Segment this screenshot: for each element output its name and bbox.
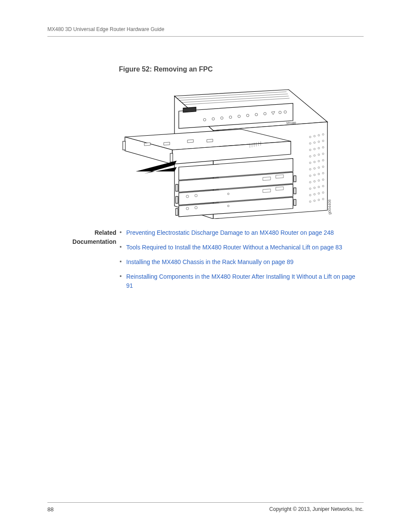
svg-rect-79 <box>176 196 178 203</box>
svg-point-75 <box>195 206 197 209</box>
figure-caption: Figure 52: Removing an FPC <box>119 65 213 73</box>
svg-rect-83 <box>294 199 296 205</box>
related-documentation-list: Preventing Electrostatic Discharge Damag… <box>126 228 359 296</box>
svg-rect-78 <box>176 184 178 191</box>
svg-rect-57 <box>170 153 173 162</box>
related-link-esd[interactable]: Preventing Electrostatic Discharge Damag… <box>126 229 334 236</box>
bullet-icon <box>120 261 121 262</box>
bullet-icon <box>120 231 121 233</box>
svg-point-45 <box>203 118 206 121</box>
header-title: MX480 3D Universal Edge Router Hardware … <box>47 26 164 32</box>
svg-point-54 <box>284 111 286 113</box>
list-item: Installing the MX480 Chassis in the Rack… <box>126 258 359 267</box>
bullet-icon <box>120 246 121 248</box>
svg-point-74 <box>186 207 189 210</box>
related-link-tools[interactable]: Tools Required to Install the MX480 Rout… <box>126 244 342 251</box>
bullet-icon <box>120 275 121 277</box>
svg-point-76 <box>227 193 229 195</box>
svg-point-53 <box>279 111 281 114</box>
list-item: Reinstalling Components in the MX480 Rou… <box>126 272 359 290</box>
svg-rect-69 <box>276 175 283 178</box>
svg-rect-71 <box>276 187 283 190</box>
page-header: MX480 3D Universal Edge Router Hardware … <box>47 25 364 37</box>
svg-rect-58 <box>144 143 150 146</box>
figure-image-id: g004408 <box>327 199 332 215</box>
svg-point-77 <box>227 205 229 207</box>
svg-rect-44 <box>183 107 196 112</box>
figure-image: MX480 <box>121 81 332 219</box>
svg-point-46 <box>212 118 215 120</box>
svg-text:MX480: MX480 <box>286 121 296 124</box>
svg-point-73 <box>195 194 197 197</box>
svg-point-50 <box>246 114 249 117</box>
svg-rect-59 <box>164 142 170 145</box>
list-item: Preventing Electrostatic Discharge Damag… <box>126 228 359 237</box>
svg-rect-80 <box>176 208 178 215</box>
svg-point-48 <box>229 116 232 118</box>
svg-rect-60 <box>187 140 193 143</box>
svg-rect-61 <box>207 139 213 142</box>
svg-point-52 <box>264 112 266 115</box>
related-link-chassis[interactable]: Installing the MX480 Chassis in the Rack… <box>126 258 293 265</box>
svg-point-49 <box>238 115 240 118</box>
svg-rect-68 <box>263 177 271 180</box>
page-number: 88 <box>47 506 53 513</box>
svg-rect-81 <box>294 176 296 182</box>
related-heading-line2: Documentation <box>72 238 116 245</box>
svg-point-47 <box>221 117 223 119</box>
svg-rect-70 <box>263 189 271 193</box>
svg-rect-56 <box>123 141 125 150</box>
related-heading-line1: Related <box>94 229 116 236</box>
svg-point-72 <box>186 195 189 198</box>
related-documentation-heading: Related Documentation <box>47 228 116 246</box>
list-item: Tools Required to Install the MX480 Rout… <box>126 243 359 252</box>
router-diagram-icon: MX480 <box>121 81 332 219</box>
copyright-text: Copyright © 2013, Juniper Networks, Inc. <box>269 506 364 513</box>
svg-rect-82 <box>294 188 296 194</box>
svg-point-51 <box>255 113 258 116</box>
related-link-reinstall[interactable]: Reinstalling Components in the MX480 Rou… <box>126 273 355 289</box>
page-footer: 88 Copyright © 2013, Juniper Networks, I… <box>47 502 364 513</box>
